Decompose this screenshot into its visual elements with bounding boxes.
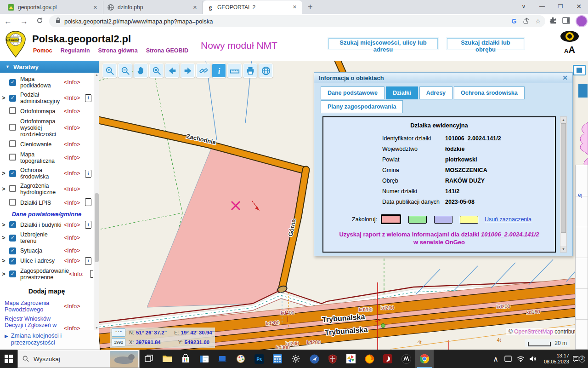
panel-tab-adresy[interactable]: Adresy: [419, 86, 452, 99]
mail-taskbar-icon[interactable]: [195, 350, 213, 368]
layer-checkbox[interactable]: ✓: [9, 221, 16, 228]
firefox-taskbar-icon[interactable]: [360, 350, 379, 368]
back-tool-button[interactable]: [165, 63, 179, 78]
reload-icon[interactable]: [36, 17, 43, 25]
lock-icon[interactable]: [56, 17, 61, 25]
chrome-taskbar-icon[interactable]: [415, 350, 434, 368]
store-taskbar-icon[interactable]: [176, 350, 195, 368]
layer-info-link[interactable]: <Info>: [64, 155, 85, 161]
panel-close-icon[interactable]: ✕: [562, 74, 568, 81]
layer-doc-icon[interactable]: i: [85, 221, 92, 229]
scrollbar-thumb[interactable]: [95, 193, 99, 262]
layer-expand-arrow[interactable]: >: [2, 170, 9, 177]
link-tool-button[interactable]: [196, 63, 210, 78]
layer-doc-icon[interactable]: i: [85, 257, 92, 265]
search-parcel-button[interactable]: Szukaj działki lub obrębu: [447, 38, 524, 49]
layer-info-link[interactable]: <Info>: [64, 200, 85, 206]
taskbar-clock[interactable]: 13:17 08.05.2023: [541, 353, 569, 365]
window-menu-icon[interactable]: ∨: [514, 0, 533, 14]
moto-taskbar-icon[interactable]: [397, 350, 415, 368]
bookmark-star-icon[interactable]: ☆: [535, 18, 541, 25]
layer-info-link[interactable]: <Info>: [64, 325, 85, 330]
panel-tab-ochrona-rodowiska[interactable]: Ochrona środowiska: [454, 86, 525, 99]
url-field[interactable]: polska.geoportal2.pl/map/www/mapa.php?ma…: [49, 15, 545, 27]
nav-link[interactable]: Strona główna: [98, 47, 138, 54]
opera-taskbar-icon[interactable]: [379, 350, 397, 368]
layer-checkbox[interactable]: ✓: [9, 95, 16, 102]
layer-doc-icon[interactable]: i: [85, 94, 92, 102]
legend-toggle-icon[interactable]: [573, 65, 586, 75]
layer-checkbox[interactable]: [9, 124, 16, 131]
calc-taskbar-icon[interactable]: [268, 350, 287, 368]
panel-scroll-thumb[interactable]: [561, 123, 566, 233]
browser-tab-1[interactable]: geoportal.gov.pl✕: [4, 1, 103, 14]
tablet-mode-icon[interactable]: [503, 356, 513, 362]
layer-info-link[interactable]: <Info>: [64, 222, 85, 228]
zoom-out-tool-button[interactable]: [118, 63, 132, 78]
layer-info-link[interactable]: <Info>: [64, 95, 85, 101]
colorize-swatch-4[interactable]: [460, 216, 478, 224]
wifi-icon[interactable]: [516, 356, 525, 362]
layer-checkbox[interactable]: [9, 107, 16, 114]
layer-info-link[interactable]: <Info>: [64, 125, 85, 131]
nav-link[interactable]: Pomoc: [33, 47, 52, 54]
layer-checkbox[interactable]: [9, 199, 16, 206]
start-button[interactable]: [0, 350, 17, 368]
photoshop-taskbar-icon[interactable]: Ps: [250, 350, 268, 368]
browser-tab-2[interactable]: dzinfo.php✕: [103, 1, 203, 14]
laptop-taskbar-icon[interactable]: [213, 350, 232, 368]
layer-doc-icon[interactable]: [85, 198, 92, 207]
pinwheel-taskbar-icon[interactable]: [342, 350, 360, 368]
layer-checkbox[interactable]: ✓: [9, 235, 16, 242]
layer-checkbox[interactable]: ✓: [9, 258, 16, 264]
taskbar-search[interactable]: Wyszukaj: [17, 350, 140, 368]
zoom-in-tool-button[interactable]: [102, 63, 117, 78]
minimize-icon[interactable]: —: [533, 0, 551, 14]
nav-link[interactable]: Regulamin: [61, 47, 90, 54]
layer-checkbox[interactable]: ✓: [9, 79, 16, 86]
google-icon[interactable]: G: [511, 17, 516, 25]
layer-info-link[interactable]: <Info>: [64, 235, 85, 241]
layer-checkbox[interactable]: [9, 185, 16, 192]
info-tool-button[interactable]: i: [212, 63, 226, 78]
pan-tool-button[interactable]: [134, 63, 148, 78]
layer-checkbox[interactable]: ✓: [9, 170, 16, 177]
url-text[interactable]: polska.geoportal2.pl/map/www/mapa.php?ma…: [64, 18, 213, 25]
map-link-label[interactable]: Mapa Zagrożenia Powodziowego: [2, 300, 64, 313]
search-place-button[interactable]: Szukaj miejscowości, ulicy lub adresu: [328, 38, 438, 49]
layer-info-link[interactable]: <Info>: [64, 186, 85, 192]
layer-info-link[interactable]: <Info>: [64, 303, 85, 310]
layer-info-link[interactable]: <Info>: [64, 170, 85, 177]
layer-info-link[interactable]: <Info>: [64, 258, 85, 264]
layer-info-link[interactable]: <Info>: [64, 79, 85, 86]
browser-tab-3[interactable]: gGEOPORTAL 2✕: [203, 0, 302, 14]
panel-scroll-down-icon[interactable]: ▼: [560, 246, 566, 252]
layer-checkbox[interactable]: ✓: [9, 270, 16, 277]
layer-expand-arrow[interactable]: >: [2, 271, 9, 277]
side-panel-icon[interactable]: [562, 17, 570, 26]
clear-selection-link[interactable]: Usuń zaznaczenia: [485, 216, 531, 223]
panel-tab-dane-podstawowe[interactable]: Dane podstawowe: [321, 86, 384, 99]
panel-tab-dzia-ki[interactable]: Działki: [386, 86, 418, 99]
accessibility-widget[interactable]: AA: [560, 30, 580, 54]
close-window-icon[interactable]: ✕: [570, 0, 588, 14]
colorize-swatch-3[interactable]: [434, 216, 452, 224]
restore-icon[interactable]: ❐: [551, 0, 570, 14]
layer-expand-arrow[interactable]: >: [2, 258, 9, 264]
volume-icon[interactable]: [528, 356, 537, 362]
panel-title-bar[interactable]: Informacja o obiektach ✕: [314, 73, 572, 83]
new-tab-button[interactable]: +: [302, 2, 318, 14]
back-icon[interactable]: ←: [4, 17, 12, 25]
panel-scrollbar[interactable]: ▲ ▼: [560, 116, 567, 253]
send-taskbar-icon[interactable]: [305, 350, 323, 368]
dms-mode-button[interactable]: ° ' ": [112, 328, 125, 337]
reorder-layers-link[interactable]: ▶ Zmiana kolejności i przezroczystości: [0, 330, 99, 350]
layer-expand-arrow[interactable]: >: [2, 186, 9, 192]
ongeo-report-link[interactable]: Uzyskaj raport z wieloma informacjami dl…: [323, 230, 555, 246]
layer-info-link[interactable]: <Info:: [69, 271, 90, 277]
crs-1992-button[interactable]: 1992: [112, 338, 125, 346]
tab-close-icon[interactable]: ✕: [191, 4, 199, 12]
taskview-taskbar-icon[interactable]: [140, 350, 158, 368]
globe-tool-button[interactable]: [259, 63, 273, 78]
measure-tool-button[interactable]: [227, 63, 242, 78]
